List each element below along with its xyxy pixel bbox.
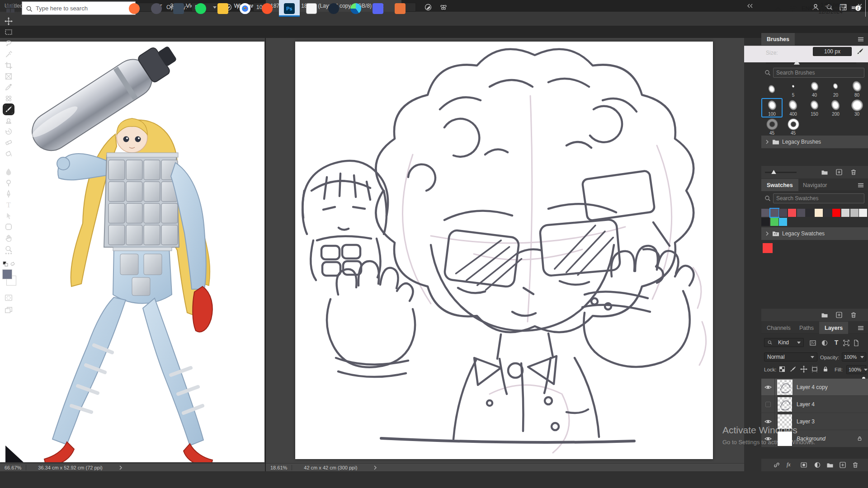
new-folder-icon[interactable] bbox=[821, 169, 828, 176]
swatch-11[interactable] bbox=[859, 209, 867, 217]
new-brush-icon[interactable] bbox=[835, 169, 843, 176]
taskbar-app-chrome[interactable] bbox=[235, 0, 255, 17]
rectangular-marquee-tool[interactable] bbox=[5, 28, 13, 36]
size-pressure-icon[interactable] bbox=[424, 3, 432, 11]
layer-thumbnail[interactable] bbox=[777, 431, 793, 446]
layer-fill-select[interactable]: 100% bbox=[846, 365, 866, 374]
default-colors-icon[interactable] bbox=[3, 261, 8, 267]
legacy-brushes-folder[interactable]: Legacy Brushes bbox=[761, 136, 868, 148]
taskbar-app-discord[interactable] bbox=[368, 0, 388, 17]
brush-size-slider[interactable] bbox=[766, 62, 856, 64]
more-tools-ellipsis-icon[interactable] bbox=[5, 249, 13, 258]
layer-visibility-toggle[interactable] bbox=[761, 396, 775, 413]
layer-row-background[interactable]: Background bbox=[761, 430, 868, 447]
tray-chevron-icon[interactable] bbox=[771, 0, 785, 17]
tab-navigator[interactable]: Navigator bbox=[797, 179, 833, 191]
taskbar-app-brave[interactable] bbox=[257, 0, 278, 17]
brush-size-input[interactable]: 100 px bbox=[813, 47, 852, 56]
tab-channels[interactable]: Channels bbox=[761, 322, 796, 334]
zoom-level[interactable]: 66.67% bbox=[0, 465, 26, 470]
stroke-smoothing-slider[interactable] bbox=[765, 172, 797, 173]
brush-preset-100[interactable]: 100 bbox=[762, 99, 782, 117]
swatch-4[interactable] bbox=[797, 209, 805, 217]
brush-preset-150[interactable]: 150 bbox=[804, 99, 825, 117]
canvas-right-document[interactable] bbox=[295, 42, 713, 459]
magic-wand-tool[interactable] bbox=[5, 50, 13, 58]
new-group-icon[interactable] bbox=[826, 461, 834, 469]
blur-tool[interactable] bbox=[5, 168, 13, 176]
filter-type-icon[interactable]: T bbox=[833, 339, 840, 346]
layer-visibility-toggle[interactable] bbox=[761, 413, 775, 430]
delete-layer-icon[interactable] bbox=[852, 461, 859, 469]
taskbar-app-photoshop[interactable]: Ps bbox=[279, 0, 300, 17]
swatch-7[interactable] bbox=[824, 209, 832, 217]
move-tool[interactable] bbox=[5, 17, 13, 25]
pen-tool[interactable] bbox=[5, 190, 13, 198]
legacy-swatches-folder[interactable]: Legacy Swatches bbox=[761, 227, 868, 240]
swatch-r2-1[interactable] bbox=[770, 218, 778, 226]
tab-layers[interactable]: Layers bbox=[819, 322, 848, 334]
adjustment-layer-icon[interactable] bbox=[814, 461, 821, 469]
brush-preset-400[interactable]: 400 bbox=[783, 99, 803, 117]
taskbar-app-obs[interactable] bbox=[146, 0, 167, 17]
lock-position-icon[interactable] bbox=[800, 366, 807, 373]
brush-preset-sample[interactable] bbox=[762, 80, 782, 98]
taskbar-app-photos[interactable] bbox=[168, 0, 189, 17]
swatch-r2-2[interactable] bbox=[779, 218, 787, 226]
tab-paths[interactable]: Paths bbox=[794, 322, 819, 334]
swatch-search-input[interactable] bbox=[776, 195, 853, 202]
taskbar-app-steam[interactable] bbox=[323, 0, 344, 17]
delete-swatch-icon[interactable] bbox=[850, 311, 857, 319]
lock-pixels-icon[interactable] bbox=[789, 366, 797, 373]
new-swatch-icon[interactable] bbox=[835, 311, 843, 319]
clone-stamp-tool[interactable] bbox=[5, 117, 13, 125]
taskbar-app-spotify[interactable] bbox=[190, 0, 211, 17]
eraser-tool[interactable] bbox=[5, 138, 13, 146]
eyedropper-tool[interactable] bbox=[5, 83, 13, 91]
layer-thumbnail[interactable] bbox=[777, 414, 793, 429]
lasso-tool[interactable] bbox=[5, 39, 13, 47]
swatch-2[interactable] bbox=[779, 209, 787, 217]
taskbar-app-file-explorer[interactable] bbox=[212, 0, 233, 17]
layer-row-layer-4[interactable]: Layer 4 bbox=[761, 396, 868, 413]
layer-mask-icon[interactable] bbox=[800, 461, 807, 469]
taskbar-search-input[interactable] bbox=[36, 5, 126, 12]
status-chevron-icon[interactable] bbox=[119, 465, 123, 470]
foreground-color-swatch[interactable] bbox=[2, 269, 12, 279]
filter-shape-icon[interactable] bbox=[843, 339, 850, 347]
language-indicator[interactable]: ENG bbox=[799, 0, 816, 17]
start-button[interactable] bbox=[0, 0, 21, 17]
taskbar-search-box[interactable] bbox=[22, 1, 136, 15]
filter-smart-object-icon[interactable] bbox=[853, 339, 860, 347]
brush-preset-picker-icon[interactable] bbox=[855, 47, 865, 56]
panel-menu-icon[interactable] bbox=[857, 324, 864, 332]
dodge-tool[interactable] bbox=[5, 179, 13, 187]
taskbar-app-calculator[interactable] bbox=[301, 0, 322, 17]
status-chevron-icon[interactable] bbox=[373, 465, 377, 470]
spot-healing-tool[interactable] bbox=[5, 94, 13, 103]
shape-tool[interactable] bbox=[5, 223, 13, 231]
swatch-6[interactable] bbox=[815, 209, 823, 217]
layer-visibility-toggle[interactable] bbox=[761, 379, 775, 396]
panel-menu-icon[interactable] bbox=[857, 182, 864, 189]
swatch-5[interactable] bbox=[806, 209, 814, 217]
swap-colors-icon[interactable] bbox=[10, 261, 16, 267]
swatch-search-box[interactable] bbox=[773, 193, 864, 203]
path-selection-tool[interactable] bbox=[5, 212, 13, 220]
taskbar-app-edge[interactable] bbox=[345, 0, 366, 17]
layer-thumbnail[interactable] bbox=[777, 380, 793, 395]
quick-mask-icon[interactable] bbox=[5, 294, 13, 302]
new-group-icon[interactable] bbox=[821, 311, 828, 319]
brush-preset-45[interactable]: 45 bbox=[762, 117, 782, 136]
history-brush-tool[interactable] bbox=[5, 127, 13, 136]
tab-brushes[interactable]: Brushes bbox=[761, 33, 795, 45]
brush-preset-80[interactable]: 80 bbox=[847, 80, 867, 98]
wifi-icon[interactable] bbox=[786, 0, 799, 17]
symmetry-butterfly-icon[interactable] bbox=[439, 3, 448, 11]
type-tool[interactable]: T bbox=[5, 201, 13, 209]
layer-blend-mode-select[interactable]: Normal bbox=[764, 352, 817, 361]
brush-preset-20[interactable]: 20 bbox=[826, 80, 846, 98]
screen-mode-icon[interactable] bbox=[5, 306, 13, 314]
hand-tool[interactable] bbox=[5, 234, 13, 242]
lock-all-icon[interactable] bbox=[822, 366, 829, 373]
